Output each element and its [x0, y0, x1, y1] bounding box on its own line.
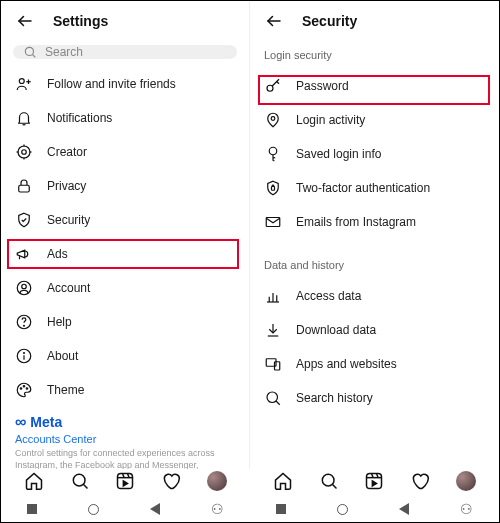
settings-item-security[interactable]: Security: [1, 203, 249, 237]
settings-item-about[interactable]: About: [1, 339, 249, 373]
devices-icon: [264, 355, 282, 373]
svg-rect-33: [266, 218, 280, 227]
settings-item-theme[interactable]: Theme: [1, 373, 249, 407]
nav-profile-icon[interactable]: [206, 470, 228, 492]
security-item-password[interactable]: Password: [250, 69, 499, 103]
nav-search-icon[interactable]: [318, 470, 340, 492]
svg-marker-57: [373, 481, 377, 486]
sys-recent-icon[interactable]: [27, 504, 37, 514]
settings-list: Follow and invite friends Notifications …: [1, 65, 249, 469]
nav-activity-icon[interactable]: [409, 470, 431, 492]
svg-point-19: [24, 353, 25, 354]
item-label: Apps and websites: [296, 357, 397, 371]
section-data-history: Data and history: [250, 249, 499, 277]
security-item-emails[interactable]: Emails from Instagram: [250, 205, 499, 239]
sys-home-icon[interactable]: [88, 504, 99, 515]
chart-icon: [264, 287, 282, 305]
item-label: Ads: [47, 247, 68, 261]
shield-check-icon: [15, 211, 33, 229]
svg-point-7: [22, 150, 27, 155]
security-item-saved-login[interactable]: Saved login info: [250, 137, 499, 171]
meta-footer: ∞ Meta Accounts Center Control settings …: [1, 407, 249, 469]
search-icon: [23, 45, 37, 59]
svg-point-28: [269, 147, 277, 155]
sys-back-icon[interactable]: [150, 503, 160, 515]
svg-point-3: [19, 79, 24, 84]
settings-item-privacy[interactable]: Privacy: [1, 169, 249, 203]
settings-item-follow[interactable]: Follow and invite friends: [1, 67, 249, 101]
item-label: Login activity: [296, 113, 365, 127]
svg-point-22: [26, 388, 28, 390]
settings-item-help[interactable]: Help: [1, 305, 249, 339]
bell-icon: [15, 109, 33, 127]
nav-reels-icon[interactable]: [363, 470, 385, 492]
shield-lock-icon: [264, 179, 282, 197]
svg-line-26: [277, 82, 279, 84]
data-history-list: Access data Download data Apps and websi…: [250, 277, 499, 415]
item-label: Security: [47, 213, 90, 227]
svg-point-24: [267, 85, 273, 91]
security-item-access-data[interactable]: Access data: [250, 279, 499, 313]
svg-point-27: [271, 117, 275, 121]
nav-home-icon[interactable]: [272, 470, 294, 492]
nav-activity-icon[interactable]: [160, 470, 182, 492]
account-icon: [15, 279, 33, 297]
search-placeholder: Search: [45, 45, 83, 59]
sys-accessibility-icon[interactable]: ⚇: [211, 501, 224, 517]
sys-back-icon[interactable]: [399, 503, 409, 515]
megaphone-icon: [15, 245, 33, 263]
svg-line-52: [332, 484, 336, 488]
svg-marker-50: [124, 481, 128, 486]
settings-item-ads[interactable]: Ads: [1, 237, 249, 271]
settings-item-account[interactable]: Account: [1, 271, 249, 305]
item-label: Emails from Instagram: [296, 215, 416, 229]
item-label: About: [47, 349, 78, 363]
key-round-icon: [264, 145, 282, 163]
item-label: Saved login info: [296, 147, 381, 161]
security-pane: Security Login security Password Login a…: [250, 1, 499, 469]
svg-point-42: [267, 392, 278, 403]
svg-point-16: [24, 325, 25, 326]
item-label: Theme: [47, 383, 84, 397]
item-label: Privacy: [47, 179, 86, 193]
sys-accessibility-icon[interactable]: ⚇: [460, 501, 473, 517]
item-label: Account: [47, 281, 90, 295]
security-item-apps-websites[interactable]: Apps and websites: [250, 347, 499, 381]
svg-rect-32: [272, 187, 275, 191]
meta-logo: ∞ Meta: [15, 413, 235, 431]
nav-reels-icon[interactable]: [114, 470, 136, 492]
item-label: Download data: [296, 323, 376, 337]
security-item-search-history[interactable]: Search history: [250, 381, 499, 415]
svg-rect-46: [118, 474, 133, 489]
android-system-nav: ⚇ ⚇: [1, 496, 499, 522]
nav-search-icon[interactable]: [69, 470, 91, 492]
back-button[interactable]: [15, 11, 35, 31]
svg-line-2: [32, 54, 35, 57]
security-item-2fa[interactable]: Two-factor authentication: [250, 171, 499, 205]
accounts-center-link[interactable]: Accounts Center: [15, 433, 235, 445]
security-item-download-data[interactable]: Download data: [250, 313, 499, 347]
settings-item-creator[interactable]: Creator: [1, 135, 249, 169]
item-label: Search history: [296, 391, 373, 405]
sys-recent-icon[interactable]: [276, 504, 286, 514]
sys-home-icon[interactable]: [337, 504, 348, 515]
login-security-list: Password Login activity Saved login info…: [250, 67, 499, 239]
search-input[interactable]: Search: [13, 45, 237, 59]
svg-point-44: [73, 474, 85, 486]
settings-item-notifications[interactable]: Notifications: [1, 101, 249, 135]
svg-point-51: [322, 474, 334, 486]
page-title: Security: [302, 13, 357, 29]
nav-home-icon[interactable]: [23, 470, 45, 492]
settings-pane: Settings Search Follow and invite friend…: [1, 1, 250, 469]
search-history-icon: [264, 389, 282, 407]
item-label: Password: [296, 79, 349, 93]
security-item-login-activity[interactable]: Login activity: [250, 103, 499, 137]
svg-point-1: [25, 47, 33, 55]
item-label: Follow and invite friends: [47, 77, 176, 91]
nav-profile-icon[interactable]: [455, 470, 477, 492]
back-button[interactable]: [264, 11, 284, 31]
key-icon: [264, 77, 282, 95]
palette-icon: [15, 381, 33, 399]
help-icon: [15, 313, 33, 331]
svg-point-20: [20, 388, 22, 390]
